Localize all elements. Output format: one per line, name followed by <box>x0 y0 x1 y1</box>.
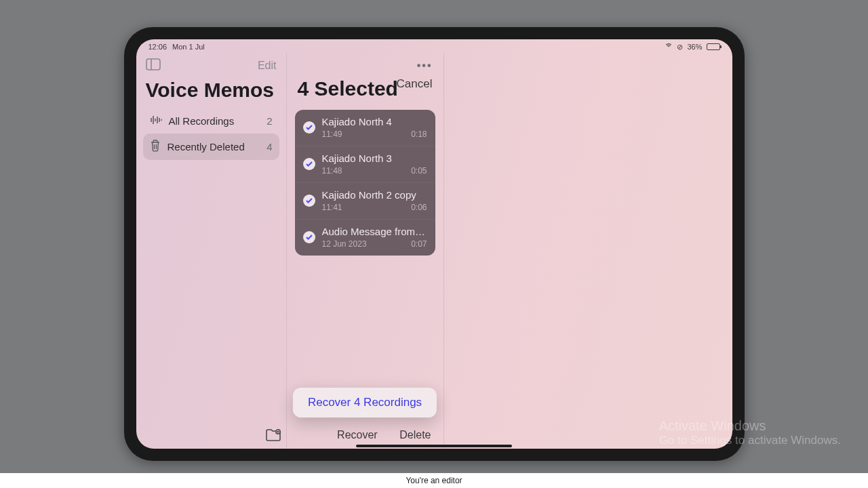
checkmark-icon[interactable] <box>303 231 315 243</box>
recording-title: Kajiado North 2 copy <box>322 189 427 201</box>
footer-text: You're an editor <box>406 476 462 485</box>
screen: 12:06 Mon 1 Jul ⊘ 36% <box>136 39 732 449</box>
detail-pane <box>444 53 732 449</box>
recording-time: 11:48 <box>322 166 342 176</box>
more-icon[interactable]: ••• <box>417 60 433 72</box>
recording-duration: 0:05 <box>411 166 427 176</box>
sidebar-item-recently-deleted[interactable]: Recently Deleted 4 <box>143 134 279 160</box>
sidebar-item-all-recordings[interactable]: All Recordings 2 <box>143 108 279 134</box>
list-item[interactable]: Kajiado North 2 copy 11:41 0:06 <box>295 182 435 219</box>
list-item[interactable]: Kajiado North 3 11:48 0:05 <box>295 146 435 182</box>
recording-duration: 0:06 <box>411 203 427 212</box>
list-item[interactable]: Audio Message from Boss 12 Jun 2023 0:07 <box>295 219 435 256</box>
status-bar: 12:06 Mon 1 Jul ⊘ 36% <box>136 39 732 53</box>
trash-icon <box>150 140 161 154</box>
home-indicator[interactable] <box>356 445 512 447</box>
battery-percent: 36% <box>687 43 702 51</box>
delete-button[interactable]: Delete <box>399 429 431 441</box>
recording-duration: 0:07 <box>411 239 427 249</box>
checkmark-icon[interactable] <box>303 158 315 170</box>
sidebar-toggle-icon[interactable] <box>146 58 161 73</box>
sidebar-item-count: 4 <box>267 141 272 152</box>
recording-title: Kajiado North 3 <box>322 152 427 164</box>
sidebar-title: Voice Memos <box>143 79 279 108</box>
svg-rect-0 <box>146 59 160 70</box>
checkmark-icon[interactable] <box>303 195 315 207</box>
orientation-lock-icon: ⊘ <box>677 43 683 52</box>
sidebar-item-label: Recently Deleted <box>167 141 245 152</box>
recover-popup-label: Recover 4 Recordings <box>308 396 422 409</box>
recording-time: 11:49 <box>322 129 342 139</box>
move-to-folder-icon[interactable] <box>265 428 281 442</box>
page-footer: You're an editor <box>0 473 868 488</box>
list-item[interactable]: Kajiado North 4 11:49 0:18 <box>295 110 435 146</box>
sidebar-item-count: 2 <box>267 115 272 127</box>
recover-popup[interactable]: Recover 4 Recordings <box>293 388 437 418</box>
recording-duration: 0:18 <box>411 129 427 139</box>
wifi-icon <box>665 43 673 50</box>
battery-icon <box>707 43 720 50</box>
recording-title: Kajiado North 4 <box>322 116 427 127</box>
edit-button[interactable]: Edit <box>258 60 277 72</box>
recordings-pane: ••• Cancel 4 Selected Kajiado North 4 11… <box>287 53 444 449</box>
tablet-frame: 12:06 Mon 1 Jul ⊘ 36% <box>124 27 745 461</box>
sidebar-item-label: All Recordings <box>169 115 235 127</box>
recover-button[interactable]: Recover <box>337 429 378 441</box>
status-date: Mon 1 Jul <box>172 43 205 51</box>
sidebar: Edit Voice Memos All Recordings <box>136 53 287 449</box>
waveform-icon <box>150 115 162 127</box>
recording-list: Kajiado North 4 11:49 0:18 Kajiado <box>295 110 435 256</box>
checkmark-icon[interactable] <box>303 121 315 134</box>
recording-title: Audio Message from Boss <box>322 226 427 237</box>
recording-time: 11:41 <box>322 203 342 212</box>
status-time: 12:06 <box>149 43 167 51</box>
recording-time: 12 Jun 2023 <box>322 239 367 249</box>
cancel-button[interactable]: Cancel <box>397 77 433 91</box>
